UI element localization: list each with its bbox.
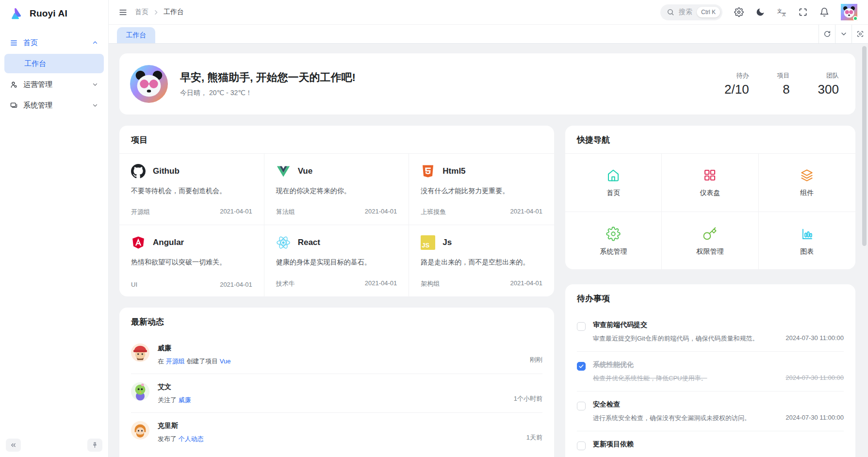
refresh-button[interactable] (819, 25, 835, 43)
double-chevron-left-icon (10, 441, 17, 449)
project-date: 2021-04-01 (510, 279, 542, 288)
news-item: 威廉 在 开源组 创建了项目 Vue 刚刚 (131, 335, 542, 374)
quick-nav-item[interactable]: 图表 (759, 212, 855, 270)
quick-nav-item[interactable]: 权限管理 (662, 212, 758, 270)
search-input[interactable]: 搜索 Ctrl K (660, 4, 722, 20)
chart-icon (800, 227, 814, 241)
news-link[interactable]: 个人动态 (179, 435, 204, 442)
quick-nav-label: 首页 (606, 189, 620, 197)
scrollbar-thumb[interactable] (862, 46, 867, 246)
chevron-right-icon (153, 9, 159, 16)
todo-description: 进行系统安全检查，确保没有安全漏洞或未授权的访问。 (593, 414, 751, 423)
project-footer: UI 2021-04-01 (131, 281, 252, 288)
todo-title: 安全检查 (593, 400, 844, 409)
project-description: 现在的你决定将来的你。 (276, 187, 397, 196)
news-link[interactable]: 威廉 (179, 396, 191, 404)
project-group: UI (131, 281, 137, 288)
sidebar-footer (0, 434, 108, 457)
welcome-text: 早安, 熊猫助手, 开始您一天的工作吧! 今日晴， 20℃ - 32℃！ (180, 70, 356, 98)
panda-avatar-large (130, 65, 168, 103)
welcome-title: 早安, 熊猫助手, 开始您一天的工作吧! (180, 70, 356, 85)
breadcrumb-home[interactable]: 首页 (135, 8, 148, 16)
news-user-name: 艾文 (158, 383, 514, 392)
news-time: 1个小时前 (514, 394, 542, 405)
collapse-sidebar-button[interactable] (6, 439, 21, 452)
pin-sidebar-button[interactable] (87, 439, 102, 452)
project-cell[interactable]: JS Js 路是走出来的，而不是空想出来的。 架构组 2021-04-01 (409, 225, 554, 296)
svg-text:文: 文 (777, 8, 782, 14)
todo-checkbox[interactable] (577, 322, 586, 331)
project-footer: 架构组 2021-04-01 (421, 279, 542, 288)
key-icon (703, 227, 717, 241)
stat-value: 8 (777, 82, 790, 97)
chevron-up-icon (92, 39, 98, 46)
online-status-dot (853, 16, 858, 21)
project-cell[interactable]: Angular 热情和欲望可以突破一切难关。 UI 2021-04-01 (119, 225, 264, 296)
news-link[interactable]: Vue (220, 358, 231, 365)
todos-card-title: 待办事项 (565, 284, 855, 312)
project-cell[interactable]: Vue 现在的你决定将来的你。 算法组 2021-04-01 (264, 154, 409, 225)
breadcrumb: 首页 工作台 (135, 8, 184, 16)
project-head: Github (131, 164, 252, 179)
html5-logo-icon (421, 164, 435, 179)
todo-title: 系统性能优化 (593, 360, 844, 369)
sidebar-item-operations[interactable]: 运营管理 (4, 75, 104, 94)
project-footer: 上班摸鱼 2021-04-01 (421, 208, 542, 216)
todo-checkbox[interactable] (577, 441, 586, 450)
tab-options-button[interactable] (835, 25, 852, 43)
react-logo-icon (276, 235, 291, 250)
news-link[interactable]: 开源组 (166, 358, 185, 365)
stat-block: 项目 8 (777, 71, 790, 97)
moon-icon[interactable] (755, 7, 765, 17)
quick-nav-item[interactable]: 系统管理 (565, 212, 662, 270)
maximize-content-button[interactable] (852, 25, 868, 43)
hamburger-menu-icon[interactable] (118, 8, 128, 17)
settings-icon[interactable] (734, 7, 744, 17)
projects-card-title: 项目 (119, 126, 554, 154)
news-text: 关注了 (158, 396, 179, 404)
sidebar-item-label: 运营管理 (23, 80, 52, 89)
translate-icon[interactable]: 文A (777, 7, 786, 17)
stat-value: 2/10 (724, 82, 749, 97)
quick-nav-grid: 首页 仪表盘 组件 系统管理 权限管理 图表 (565, 154, 855, 270)
project-cell[interactable]: Html5 没有什么才能比努力更重要。 上班摸鱼 2021-04-01 (409, 154, 554, 225)
todo-date: 2024-07-30 11:00:00 (786, 334, 844, 343)
svg-text:A: A (783, 13, 786, 17)
project-group: 上班摸鱼 (421, 208, 446, 216)
js-logo-icon: JS (421, 235, 435, 250)
news-user-name: 克里斯 (158, 422, 526, 430)
sidebar-item-workbench[interactable]: 工作台 (4, 54, 104, 73)
project-head: JS Js (421, 235, 542, 250)
project-name: Github (153, 166, 180, 176)
quick-nav-item[interactable]: 仪表盘 (662, 154, 758, 212)
todo-checkbox[interactable] (577, 362, 586, 371)
quick-nav-label: 权限管理 (696, 247, 723, 256)
project-cell[interactable]: Github 不要等待机会，而要创造机会。 开源组 2021-04-01 (119, 154, 264, 225)
project-group: 技术牛 (276, 279, 295, 288)
bell-icon[interactable] (819, 7, 829, 17)
todo-item: 系统性能优化 检查并优化系统性能，降低CPU使用率。 2024-07-30 11… (577, 352, 844, 392)
todos-card: 待办事项 审查前端代码提交 审查最近提交到Git仓库的前端代码，确保代码质量和规… (565, 284, 855, 457)
scrollbar[interactable] (861, 45, 868, 456)
sidebar-item-home[interactable]: 首页 (4, 33, 104, 52)
projects-grid: Github 不要等待机会，而要创造机会。 开源组 2021-04-01 Vue… (119, 154, 554, 296)
quick-nav-card-title: 快捷导航 (565, 126, 855, 154)
todo-description: 检查并优化系统性能，降低CPU使用率。 (593, 374, 707, 383)
user-avatar[interactable] (841, 4, 857, 20)
todo-list: 审查前端代码提交 审查最近提交到Git仓库的前端代码，确保代码质量和规范。 20… (565, 312, 855, 457)
tab-workbench[interactable]: 工作台 (117, 27, 155, 43)
news-time: 1天前 (526, 433, 542, 443)
chevron-down-icon (840, 30, 848, 38)
sidebar: Ruoyi AI 首页 工作台 运营管理 (0, 0, 109, 457)
quick-nav-item[interactable]: 首页 (565, 154, 662, 212)
quick-nav-item[interactable]: 组件 (759, 154, 855, 212)
fullscreen-icon[interactable] (798, 7, 808, 17)
stat-value: 300 (818, 82, 839, 97)
todo-checkbox[interactable] (577, 402, 586, 410)
sidebar-item-system[interactable]: 系统管理 (4, 96, 104, 115)
project-cell[interactable]: React 健康的身体是实现目标的基石。 技术牛 2021-04-01 (264, 225, 409, 296)
todo-body: 审查前端代码提交 审查最近提交到Git仓库的前端代码，确保代码质量和规范。 20… (593, 321, 844, 343)
search-placeholder: 搜索 (679, 8, 692, 16)
todo-detail-row: 检查并优化系统性能，降低CPU使用率。 2024-07-30 11:00:00 (593, 374, 844, 383)
search-shortcut-badge: Ctrl K (697, 7, 720, 17)
